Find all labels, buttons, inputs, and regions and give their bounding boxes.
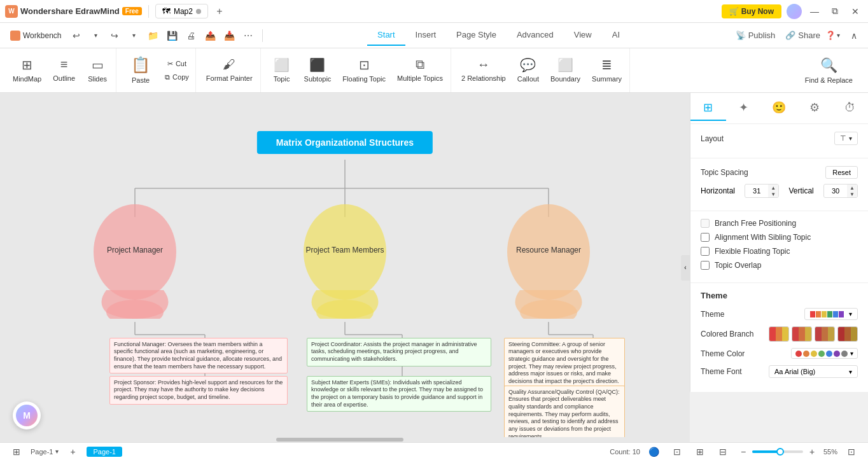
more-button[interactable]: ⋯ <box>239 27 257 45</box>
alignment-checkbox[interactable] <box>701 233 710 242</box>
page-dropdown[interactable]: ▾ <box>55 448 59 455</box>
color-palette[interactable]: ▾ <box>791 348 858 359</box>
panel-tab-face[interactable]: 🙂 <box>762 95 797 121</box>
panel-tabs: ⊞ ✦ 🙂 ⚙ ⏱ <box>690 93 868 124</box>
cb-btn-1[interactable] <box>769 326 789 342</box>
card-steering-committee[interactable]: Steering Committee: A group of senior ma… <box>504 338 625 389</box>
workbench-button[interactable]: Workbench <box>5 28 66 43</box>
zoom-slider[interactable] <box>752 450 803 453</box>
user-avatar[interactable] <box>787 4 802 19</box>
horizontal-input[interactable]: ▲ ▼ <box>745 184 779 198</box>
zoom-slider-thumb[interactable] <box>776 448 784 456</box>
reset-button[interactable]: Reset <box>825 166 858 179</box>
layout-select[interactable]: ⊤ ▾ <box>834 132 858 145</box>
vertical-value-input[interactable] <box>824 186 847 196</box>
save-button[interactable]: 💾 <box>163 27 181 45</box>
undo-button[interactable]: ↩ <box>67 27 85 45</box>
floating-topic-button[interactable]: ⊡ Floating Topic <box>337 53 391 87</box>
vertical-decrement[interactable]: ▼ <box>847 191 857 197</box>
status-icon-3[interactable]: ⊞ <box>691 443 709 461</box>
share-button[interactable]: 🔗 Share <box>785 31 820 40</box>
ai-bubble-button[interactable]: M <box>13 401 41 429</box>
menu-tab-advanced[interactable]: Advanced <box>507 25 564 46</box>
menu-tab-view[interactable]: View <box>564 25 602 46</box>
vertical-increment[interactable]: ▲ <box>847 185 857 191</box>
callout-button[interactable]: 💬 Callout <box>512 53 544 87</box>
canvas[interactable]: Matrix Organizational Structures Project… <box>0 93 690 442</box>
topic-button[interactable]: ⬜ Topic <box>266 53 298 87</box>
relationship-button[interactable]: ↔ 2 Relationship <box>456 53 511 87</box>
zoom-out-button[interactable]: − <box>737 445 750 458</box>
publish-button[interactable]: 📡 Publish <box>731 28 781 43</box>
help-button[interactable]: ❓ ▾ <box>825 31 840 40</box>
horizontal-decrement[interactable]: ▼ <box>768 191 778 197</box>
card-sme[interactable]: Subject Matter Experts (SMEs): Individua… <box>307 376 491 412</box>
find-replace-button[interactable]: 🔍 Find & Replace <box>797 53 860 88</box>
status-icon-1[interactable]: 🔵 <box>645 443 663 461</box>
current-page-tab[interactable]: Page-1 <box>87 447 122 457</box>
status-icon-4[interactable]: ⊟ <box>714 443 732 461</box>
add-tab-button[interactable]: + <box>212 4 227 19</box>
horizontal-scrollbar[interactable] <box>0 437 690 442</box>
cb-btn-3[interactable] <box>815 326 835 342</box>
buy-now-button[interactable]: 🛒 Buy Now <box>722 4 781 18</box>
zoom-in-button[interactable]: + <box>806 445 818 458</box>
font-select[interactable]: Aa Arial (Big) ▾ <box>769 365 858 378</box>
flexible-checkbox[interactable] <box>701 247 710 256</box>
minimize-button[interactable]: — <box>807 4 822 19</box>
horizontal-increment[interactable]: ▲ <box>768 185 778 191</box>
resource-manager-node[interactable]: Resource Manager <box>498 201 599 319</box>
cut-button[interactable]: ✂ Cut <box>161 58 193 70</box>
overlap-checkbox[interactable] <box>701 261 710 270</box>
menu-tab-ai[interactable]: AI <box>602 25 630 46</box>
card-project-coordinator[interactable]: Project Coordinator: Assists the project… <box>307 338 491 366</box>
vertical-input[interactable]: ▲ ▼ <box>823 184 858 198</box>
menu-tab-start[interactable]: Start <box>367 25 405 46</box>
paste-button[interactable]: 📋 Paste <box>122 52 160 88</box>
fit-screen-button[interactable]: ⊡ <box>843 443 860 461</box>
panel-tab-layout[interactable]: ⊞ <box>690 95 726 121</box>
file-tab[interactable]: 🗺 Map2 <box>155 4 208 18</box>
central-node[interactable]: Matrix Organizational Structures <box>257 131 433 154</box>
mindmap-view-button[interactable]: ⊞ MindMap <box>8 53 46 87</box>
panel-tab-settings[interactable]: ⚙ <box>797 95 832 121</box>
panel-tab-clock[interactable]: ⏱ <box>832 96 868 121</box>
redo-dropdown[interactable]: ▾ <box>125 27 143 45</box>
branch-free-checkbox[interactable] <box>701 219 710 228</box>
multiple-topics-button[interactable]: ⧉ Multiple Topics <box>392 53 448 87</box>
summary-button[interactable]: ≣ Summary <box>587 53 627 87</box>
panel-collapse-button[interactable]: ‹ <box>681 255 690 281</box>
cb-btn-2[interactable] <box>792 326 812 342</box>
card-project-sponsor[interactable]: Project Sponsor: Provides high-level sup… <box>109 376 288 405</box>
open-folder-button[interactable]: 📁 <box>144 27 162 45</box>
import-dropdown[interactable]: 📥 <box>220 27 238 45</box>
project-team-node[interactable]: Project Team Members <box>294 201 396 319</box>
card-qa-qc[interactable]: Quality Assurance/Quality Control (QA/QC… <box>504 386 625 443</box>
card-functional-manager[interactable]: Functional Manager: Oversees the team me… <box>109 338 288 374</box>
status-panel-button[interactable]: ⊞ <box>8 443 25 461</box>
redo-button[interactable]: ↪ <box>106 27 123 45</box>
menu-tab-insert[interactable]: Insert <box>405 25 447 46</box>
theme-select[interactable]: ▾ <box>804 308 858 320</box>
undo-dropdown[interactable]: ▾ <box>87 27 104 45</box>
outline-view-button[interactable]: ≡ Outline <box>48 53 80 87</box>
format-painter-button[interactable]: 🖌 Format Painter <box>201 53 258 87</box>
close-button[interactable]: ✕ <box>848 4 863 19</box>
cb-btn-4[interactable] <box>837 326 858 342</box>
maximize-button[interactable]: ⧉ <box>827 4 843 19</box>
copy-button[interactable]: ⧉ Copy <box>161 71 193 83</box>
slides-icon: ▭ <box>92 57 104 73</box>
collapse-ribbon-button[interactable]: ∧ <box>845 27 863 45</box>
slides-view-button[interactable]: ▭ Slides <box>81 53 113 87</box>
boundary-button[interactable]: ⬜ Boundary <box>545 53 585 87</box>
menu-tab-page-style[interactable]: Page Style <box>446 25 507 46</box>
status-icon-2[interactable]: ⊡ <box>668 443 686 461</box>
print-button[interactable]: 🖨 <box>182 27 200 45</box>
scrollbar-thumb[interactable] <box>276 438 403 442</box>
panel-tab-style[interactable]: ✦ <box>726 95 762 121</box>
horizontal-value-input[interactable] <box>745 186 768 196</box>
subtopic-button[interactable]: ⬛ Subtopic <box>299 53 337 87</box>
add-page-button[interactable]: + <box>64 443 81 461</box>
export-button[interactable]: 📤 <box>201 27 219 45</box>
project-manager-node[interactable]: Project Manager <box>84 201 186 319</box>
